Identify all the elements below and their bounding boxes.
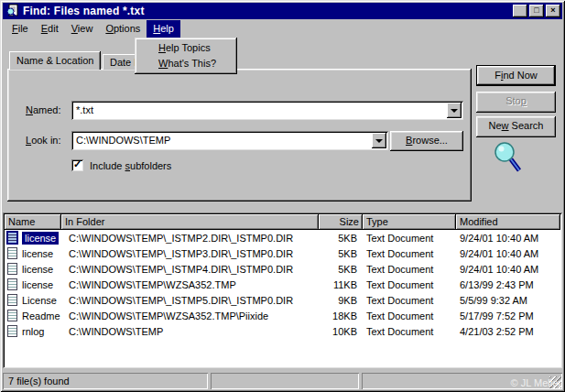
result-row[interactable]: licenseC:\WINDOWS\TEMP\_ISTMP4.DIR\_ISTM… [5,261,560,277]
file-type-cell: Text Document [363,310,456,321]
file-modified-cell: 9/24/01 10:40 AM [456,233,560,244]
file-folder-cell: C:\WINDOWS\TEMP\_ISTMP2.DIR\_ISTMP0.DIR [61,233,319,244]
result-row[interactable]: rnlogC:\WINDOWS\TEMP10KBText Document4/2… [5,323,560,339]
file-size-cell: 11KB [319,279,363,290]
result-row[interactable]: licenseC:\WINDOWS\TEMP\_ISTMP3.DIR\_ISTM… [5,245,560,261]
file-name: license [22,248,53,259]
file-name: License [22,295,57,306]
file-type-cell: Text Document [363,233,456,244]
find-now-button[interactable]: Find Now [476,65,556,86]
file-folder-cell: C:\WINDOWS\TEMP\WZSA352.TMP [61,279,319,290]
look-in-label: Look in: [26,135,61,146]
file-modified-cell: 5/17/99 7:52 PM [456,310,560,321]
look-in-dropdown-arrow-icon[interactable] [372,133,386,148]
result-row[interactable]: ReadmeC:\WINDOWS\TEMP\WZSA352.TMP\Piixid… [5,308,560,323]
text-document-icon [7,247,17,259]
file-name-cell[interactable]: license [5,277,61,292]
named-combobox[interactable]: *.txt [71,101,463,120]
text-document-icon [7,310,17,321]
file-folder-cell: C:\WINDOWS\TEMP\WZSA352.TMP\Piixide [61,310,319,321]
status-files-found: 7 file(s) found [3,373,208,389]
column-header-name[interactable]: Name [5,214,61,230]
named-dropdown-arrow-icon[interactable] [447,103,462,118]
file-type-cell: Text Document [363,264,456,275]
file-name: license [22,232,59,245]
menu-item-help-topics[interactable]: Help Topics [137,40,234,56]
close-button[interactable]: × [546,5,560,17]
file-size-cell: 5KB [319,233,363,244]
file-size-cell: 18KB [319,310,363,321]
name-location-tab-page: Named: *.txt Look in: C:\WINDOWS\TEMP Br… [7,69,472,201]
include-subfolders-checkbox[interactable]: ✓ [71,159,83,171]
file-name-cell[interactable]: license [5,245,61,261]
minimize-button[interactable]: _ [513,5,527,17]
column-header-type[interactable]: Type [363,214,456,230]
file-folder-cell: C:\WINDOWS\TEMP [61,326,319,337]
tab-control: Date Modified Name & Location Named: *.t… [7,52,472,201]
file-name: license [22,264,53,275]
file-name: license [22,279,53,290]
result-row[interactable]: LicenseC:\WINDOWS\TEMP\_ISTMP5.DIR\_ISTM… [5,292,560,308]
column-header-modified[interactable]: Modified [456,214,560,230]
checkmark-icon: ✓ [73,158,81,170]
named-value: *.txt [76,104,93,115]
menu-options[interactable]: Options [99,20,147,38]
column-header-in-folder[interactable]: In Folder [61,214,319,230]
magnifying-glass-icon [491,140,526,182]
file-type-cell: Text Document [363,295,456,306]
file-type-cell: Text Document [363,248,456,259]
file-size-cell: 5KB [319,264,363,275]
file-name-cell[interactable]: License [5,292,61,308]
file-name: Readme [22,310,60,321]
file-folder-cell: C:\WINDOWS\TEMP\_ISTMP4.DIR\_ISTMP0.DIR [61,264,319,275]
new-search-button[interactable]: New Search [476,116,556,137]
result-row[interactable]: licenseC:\WINDOWS\TEMP\WZSA352.TMP11KBTe… [5,277,560,292]
browse-button[interactable]: Browse... [390,131,463,151]
status-bar: 7 file(s) found [3,371,562,389]
find-files-window: Find: Files named *.txt _ □ × FileEditVi… [0,0,565,392]
file-name: rnlog [22,326,44,337]
help-dropdown-menu: Help TopicsWhat's This? [135,38,237,74]
file-modified-cell: 9/24/01 10:40 AM [456,264,560,275]
file-folder-cell: C:\WINDOWS\TEMP\_ISTMP5.DIR\_ISTMP0.DIR [61,295,319,306]
text-document-icon [7,263,17,275]
find-document-icon [5,4,20,18]
menu-file[interactable]: File [5,20,35,38]
named-label: Named: [26,104,61,115]
watermark-text: © JL Meller [511,377,561,388]
text-document-icon [7,325,17,337]
file-name-cell[interactable]: license [5,261,61,277]
tab-name-location[interactable]: Name & Location [9,51,101,70]
include-subfolders-label: Include subfolders [90,160,171,171]
results-rows: licenseC:\WINDOWS\TEMP\_ISTMP2.DIR\_ISTM… [5,230,560,339]
text-document-icon [7,294,17,306]
menu-item-what-s-this[interactable]: What's This? [137,56,234,71]
menu-bar: FileEditViewOptionsHelp [3,20,562,38]
file-name-cell[interactable]: license [5,230,61,245]
file-size-cell: 9KB [319,295,363,306]
result-row[interactable]: licenseC:\WINDOWS\TEMP\_ISTMP2.DIR\_ISTM… [5,230,560,245]
file-type-cell: Text Document [363,279,456,290]
look-in-value: C:\WINDOWS\TEMP [76,135,170,146]
text-document-icon [7,232,17,244]
menu-edit[interactable]: Edit [35,20,65,38]
menu-help[interactable]: Help [147,20,180,38]
status-panel-2 [211,373,359,389]
column-header-size[interactable]: Size [319,214,363,230]
file-name-cell[interactable]: Readme [5,308,61,323]
file-modified-cell: 4/21/03 2:52 PM [456,326,560,337]
results-header: NameIn FolderSizeTypeModified [5,214,560,230]
title-bar[interactable]: Find: Files named *.txt _ □ × [3,3,562,19]
file-name-cell[interactable]: rnlog [5,323,61,339]
window-title: Find: Files named *.txt [23,5,145,17]
results-list[interactable]: NameIn FolderSizeTypeModified licenseC:\… [3,212,562,368]
text-document-icon [7,278,17,290]
stop-button[interactable]: Stop [476,92,556,113]
look-in-combobox[interactable]: C:\WINDOWS\TEMP [71,131,388,150]
menu-view[interactable]: View [65,20,100,38]
file-folder-cell: C:\WINDOWS\TEMP\_ISTMP3.DIR\_ISTMP0.DIR [61,248,319,259]
file-type-cell: Text Document [363,326,456,337]
file-size-cell: 5KB [319,248,363,259]
file-modified-cell: 9/24/01 10:40 AM [456,248,560,259]
maximize-button[interactable]: □ [529,5,544,17]
